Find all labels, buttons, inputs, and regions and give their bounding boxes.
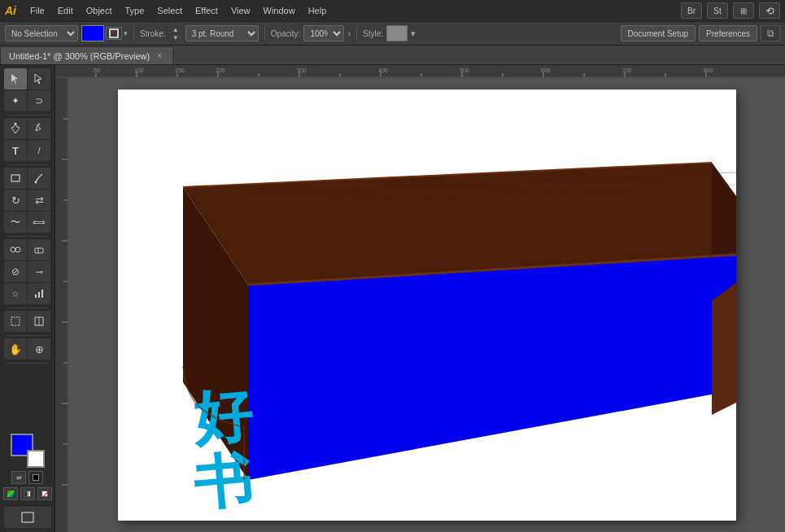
opacity-dropdown[interactable]: 100% <box>303 25 344 41</box>
zoom-tool[interactable]: ⊕ <box>28 338 50 360</box>
rotate-tool[interactable]: ↻ <box>4 190 27 211</box>
svg-text:700: 700 <box>622 68 632 73</box>
pencil-tool[interactable] <box>28 118 50 139</box>
color-swatches <box>11 434 45 468</box>
none-btn[interactable] <box>37 487 52 500</box>
direct-select-tool[interactable] <box>28 68 50 89</box>
workspace-btn[interactable]: ⊞ <box>733 2 754 19</box>
menu-type[interactable]: Type <box>120 4 150 17</box>
tool-row-magic: ✦ ⊃ <box>0 90 55 111</box>
lasso-tool[interactable]: ⊃ <box>28 90 50 111</box>
menu-file[interactable]: File <box>24 4 50 17</box>
touch-type-tool[interactable]: / <box>28 140 50 161</box>
menu-select[interactable]: Select <box>151 4 188 17</box>
svg-text:800: 800 <box>704 68 713 73</box>
eyedropper-tool[interactable]: ⊘ <box>4 261 27 282</box>
app-logo: Ai <box>5 4 16 17</box>
menu-object[interactable]: Object <box>81 4 118 17</box>
tab-bar: Untitled-1* @ 300% (RGB/Preview) × <box>0 46 785 65</box>
svg-text:书: 书 <box>190 447 255 517</box>
svg-rect-16 <box>22 512 33 522</box>
magic-wand-tool[interactable]: ✦ <box>4 90 27 111</box>
sync-btn[interactable]: ⟲ <box>759 2 780 19</box>
canvas-area[interactable]: 50 100 150 200 300 400 500 <box>55 65 785 532</box>
pen-tool[interactable] <box>4 118 27 139</box>
menu-window[interactable]: Window <box>258 4 301 17</box>
main-layout: ✦ ⊃ T / <box>0 65 785 532</box>
style-label: Style: <box>363 29 383 38</box>
background-color[interactable] <box>27 450 45 468</box>
stroke-stepper[interactable]: ▲ ▼ <box>169 25 182 41</box>
measure-tool[interactable]: ⊸ <box>28 261 50 282</box>
screen-mode-btn[interactable] <box>4 507 51 528</box>
eraser-tool[interactable] <box>28 239 50 260</box>
slice-tool[interactable] <box>28 311 50 332</box>
svg-marker-0 <box>11 74 18 84</box>
svg-rect-17 <box>55 65 785 78</box>
opacity-label: Opacity: <box>271 29 301 38</box>
menu-help[interactable]: Help <box>303 4 333 17</box>
menu-edit[interactable]: Edit <box>52 4 79 17</box>
paintbrush-tool[interactable] <box>28 168 50 189</box>
tool-row-artboard <box>0 311 55 332</box>
svg-point-7 <box>15 247 20 252</box>
width-tool[interactable]: ⟺ <box>28 211 50 233</box>
tab-title: Untitled-1* @ 300% (RGB/Preview) <box>9 51 150 61</box>
menu-effect[interactable]: Effect <box>190 4 224 17</box>
reflect-tool[interactable]: ⇄ <box>28 190 50 211</box>
rect-tool[interactable] <box>4 168 27 189</box>
tool-sep-1 <box>7 115 48 116</box>
tool-row-blend <box>0 239 55 260</box>
swap-colors-btn[interactable]: ⇄ <box>11 471 26 484</box>
tab-close-btn[interactable]: × <box>155 51 164 61</box>
svg-text:150: 150 <box>175 68 185 73</box>
menu-view[interactable]: View <box>225 4 256 17</box>
gradient-btn[interactable] <box>20 487 35 500</box>
artboard-tool[interactable] <box>4 311 27 332</box>
tool-sep-6 <box>7 363 48 364</box>
graph-tool[interactable] <box>28 283 50 304</box>
tool-row-select <box>0 68 55 89</box>
sep3 <box>356 26 357 41</box>
svg-text:100: 100 <box>134 68 144 73</box>
tool-row-shape <box>0 168 55 189</box>
screen-mode-row <box>0 507 55 528</box>
svg-text:300: 300 <box>297 68 307 73</box>
stock-btn[interactable]: St <box>707 2 728 19</box>
tool-sep-2 <box>7 164 48 165</box>
external-apps: Br St ⊞ ⟲ <box>681 2 780 19</box>
style-arrow[interactable]: ▾ <box>411 28 416 39</box>
stroke-label: Stroke: <box>140 29 166 38</box>
ruler-left <box>55 78 68 532</box>
color-section: ⇄ <box>0 430 55 504</box>
sep1 <box>133 26 134 41</box>
default-colors-btn[interactable] <box>28 471 43 484</box>
stroke-style-dropdown[interactable]: 3 pt. Round <box>185 25 259 41</box>
style-swatch[interactable] <box>386 25 408 41</box>
tool-row-rotate: ↻ ⇄ <box>0 190 55 211</box>
warp-tool[interactable]: 〜 <box>4 211 27 233</box>
fill-color[interactable] <box>81 25 104 41</box>
selection-dropdown[interactable]: No Selection <box>5 25 78 41</box>
tool-row-eyedrop: ⊘ ⊸ <box>0 261 55 282</box>
hand-tool[interactable]: ✋ <box>4 338 27 360</box>
symbol-tool[interactable]: ☆ <box>4 283 27 304</box>
fill-stroke-swatches: ▾ <box>81 25 128 41</box>
svg-rect-12 <box>41 290 43 298</box>
document-tab[interactable]: Untitled-1* @ 300% (RGB/Preview) × <box>0 46 173 64</box>
preferences-button[interactable]: Preferences <box>699 25 757 41</box>
select-tool[interactable] <box>4 68 27 89</box>
color-btn[interactable] <box>3 487 18 500</box>
opacity-arrow[interactable]: › <box>347 28 351 38</box>
bridge-btn[interactable]: Br <box>681 2 702 19</box>
type-tool[interactable]: T <box>4 140 27 161</box>
blend-tool[interactable] <box>4 239 27 260</box>
tool-row-symbols: ☆ <box>0 283 55 304</box>
doc-setup-button[interactable]: Document Setup <box>621 25 696 41</box>
color-mode-row <box>3 487 52 500</box>
stroke-icon[interactable] <box>106 27 122 40</box>
ruler-top: 50 100 150 200 300 400 500 <box>55 65 785 78</box>
tool-row-pen <box>0 118 55 139</box>
tool-row-warp: 〜 ⟺ <box>0 211 55 233</box>
arrange-icon[interactable]: ⧉ <box>761 25 780 41</box>
